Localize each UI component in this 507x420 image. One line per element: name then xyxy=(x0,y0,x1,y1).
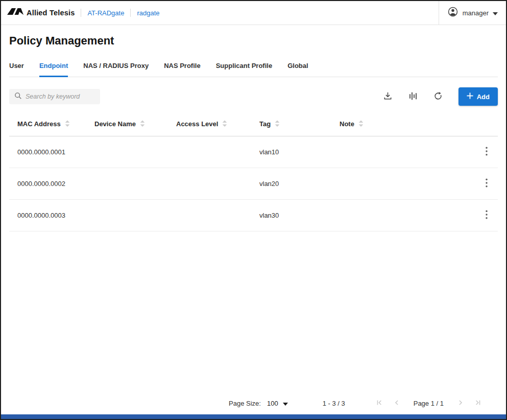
table-row: 0000.0000.0003 vlan30 xyxy=(9,200,498,231)
kebab-icon xyxy=(486,150,488,157)
column-label: Access Level xyxy=(176,120,218,128)
add-button-label: Add xyxy=(477,93,490,101)
brand: Allied Telesis xyxy=(7,7,75,18)
search-box xyxy=(9,89,100,104)
page-size-select[interactable]: 100 xyxy=(266,398,289,409)
cell-tag: vlan20 xyxy=(251,168,331,200)
divider xyxy=(130,9,131,17)
column-label: Device Name xyxy=(94,120,136,128)
cell-mac-address: 0000.0000.0001 xyxy=(9,136,86,168)
tab-supplicant-profile[interactable]: Supplicant Profile xyxy=(216,58,273,77)
cell-note xyxy=(331,136,461,168)
column-header-mac-address[interactable]: MAC Address xyxy=(9,113,86,136)
breadcrumb-link-radgate[interactable]: radgate xyxy=(137,9,159,17)
column-label: MAC Address xyxy=(17,120,61,128)
tab-nas-profile[interactable]: NAS Profile xyxy=(164,58,201,77)
tab-nas-radius-proxy[interactable]: NAS / RADIUS Proxy xyxy=(83,58,149,77)
column-header-note[interactable]: Note xyxy=(331,113,461,136)
cell-mac-address: 0000.0000.0002 xyxy=(9,168,86,200)
table-row: 0000.0000.0001 vlan10 xyxy=(9,136,498,168)
page-indicator: Page 1 / 1 xyxy=(414,400,444,407)
column-header-access-level[interactable]: Access Level xyxy=(168,113,251,136)
cell-device-name xyxy=(86,200,168,231)
divider xyxy=(81,9,81,17)
previous-page-button[interactable] xyxy=(391,397,402,410)
user-name: manager xyxy=(463,9,489,17)
sort-icon xyxy=(275,121,280,129)
cell-device-name xyxy=(86,168,168,200)
breadcrumb-link-at-radgate[interactable]: AT-RADgate xyxy=(87,9,124,17)
page-title: Policy Management xyxy=(9,34,498,48)
search-icon xyxy=(14,92,22,102)
first-page-button[interactable] xyxy=(374,397,385,410)
allied-telesis-logo-icon xyxy=(7,7,23,18)
main-content: Policy Management User Endpoint NAS / RA… xyxy=(1,34,506,231)
refresh-icon xyxy=(433,91,443,102)
page-size-label: Page Size: xyxy=(229,400,261,407)
endpoint-table: MAC Address Device Name Access Level Tag… xyxy=(9,113,498,231)
column-label: Note xyxy=(340,120,354,128)
download-button[interactable] xyxy=(382,90,394,103)
row-menu-button[interactable] xyxy=(482,145,491,159)
row-menu-button[interactable] xyxy=(482,208,491,223)
plus-icon xyxy=(467,92,473,101)
table-header-row: MAC Address Device Name Access Level Tag… xyxy=(9,113,498,136)
sort-icon xyxy=(358,121,364,129)
pagination-range: 1 - 3 / 3 xyxy=(323,400,345,407)
cell-access-level xyxy=(168,168,251,200)
pagination-bar: Page Size: 100 1 - 3 / 3 xyxy=(1,394,506,412)
download-icon xyxy=(383,91,393,102)
cell-note xyxy=(331,200,461,231)
tab-global[interactable]: Global xyxy=(287,58,308,77)
cell-access-level xyxy=(168,136,251,168)
next-page-button[interactable] xyxy=(455,397,466,410)
equalizer-icon xyxy=(408,91,418,102)
tab-bar: User Endpoint NAS / RADIUS Proxy NAS Pro… xyxy=(9,58,498,77)
sort-icon xyxy=(65,121,70,129)
search-input[interactable] xyxy=(26,93,95,100)
bottom-accent-bar xyxy=(1,414,506,419)
pagination-nav: Page 1 / 1 xyxy=(374,397,484,410)
chevron-down-icon xyxy=(493,8,498,17)
cell-mac-address: 0000.0000.0003 xyxy=(9,200,86,231)
last-page-icon xyxy=(474,399,482,408)
brand-name: Allied Telesis xyxy=(27,9,75,17)
sort-icon xyxy=(222,121,227,129)
table-row: 0000.0000.0002 vlan20 xyxy=(9,168,498,200)
kebab-icon xyxy=(486,181,488,189)
app-window: Allied Telesis AT-RADgate radgate manage… xyxy=(0,0,507,420)
toolbar-actions: Add xyxy=(382,87,498,106)
column-header-tag[interactable]: Tag xyxy=(251,113,331,136)
add-button[interactable]: Add xyxy=(458,87,498,106)
chevron-left-icon xyxy=(393,399,401,408)
top-header: Allied Telesis AT-RADgate radgate manage… xyxy=(1,1,506,25)
last-page-button[interactable] xyxy=(472,397,484,410)
chevron-right-icon xyxy=(456,399,465,408)
tab-user[interactable]: User xyxy=(9,58,24,77)
user-menu[interactable]: manager xyxy=(439,1,506,25)
row-menu-button[interactable] xyxy=(482,176,491,191)
toolbar: Add xyxy=(9,87,498,106)
user-avatar-icon xyxy=(447,6,458,19)
kebab-icon xyxy=(486,213,488,221)
sort-icon xyxy=(140,121,145,129)
cell-tag: vlan30 xyxy=(251,200,331,231)
page-size-value: 100 xyxy=(267,400,278,407)
column-header-device-name[interactable]: Device Name xyxy=(86,113,168,136)
column-header-actions xyxy=(461,113,498,136)
cell-note xyxy=(331,168,461,200)
column-label: Tag xyxy=(259,120,271,128)
refresh-button[interactable] xyxy=(432,90,444,103)
cell-access-level xyxy=(168,200,251,231)
tab-endpoint[interactable]: Endpoint xyxy=(39,58,68,77)
chevron-down-icon xyxy=(283,400,288,407)
cell-device-name xyxy=(86,136,168,168)
equalizer-button[interactable] xyxy=(407,90,419,103)
first-page-icon xyxy=(375,399,383,408)
cell-tag: vlan10 xyxy=(251,136,331,168)
